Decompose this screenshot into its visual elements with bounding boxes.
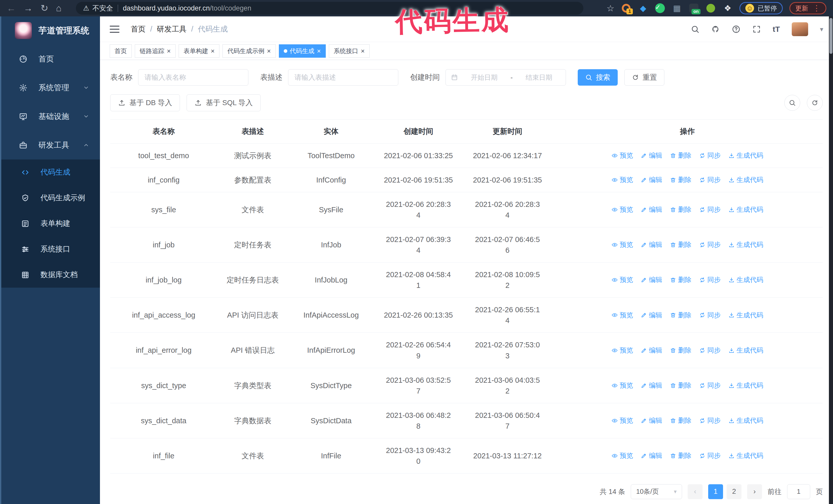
action-同步[interactable]: 同步 xyxy=(699,275,721,285)
close-icon[interactable]: × xyxy=(267,48,271,54)
close-icon[interactable]: × xyxy=(361,48,365,54)
action-生成代码[interactable]: 生成代码 xyxy=(729,151,763,161)
sidebar-item-代码生成[interactable]: 代码生成 xyxy=(0,160,100,185)
action-删除[interactable]: 删除 xyxy=(670,240,691,250)
action-生成代码[interactable]: 生成代码 xyxy=(729,310,763,320)
action-预览[interactable]: 预览 xyxy=(612,151,633,161)
table-name-input[interactable] xyxy=(138,69,248,86)
action-生成代码[interactable]: 生成代码 xyxy=(729,451,763,461)
browser-menu-icon[interactable]: ⋮ xyxy=(813,4,820,12)
date-range-picker[interactable]: 开始日期 - 结束日期 xyxy=(446,69,566,86)
action-同步[interactable]: 同步 xyxy=(699,345,721,355)
extension-check-icon[interactable]: ✓ xyxy=(655,3,665,13)
menu-toggle-icon[interactable] xyxy=(110,25,119,33)
action-同步[interactable]: 同步 xyxy=(699,175,721,185)
action-预览[interactable]: 预览 xyxy=(612,205,633,215)
action-生成代码[interactable]: 生成代码 xyxy=(729,345,763,355)
extension-orange-icon[interactable]: 1 xyxy=(621,3,631,13)
action-删除[interactable]: 删除 xyxy=(670,381,691,390)
tab-表单构建[interactable]: 表单构建× xyxy=(178,44,219,58)
action-生成代码[interactable]: 生成代码 xyxy=(729,381,763,390)
tab-系统接口[interactable]: 系统接口× xyxy=(329,44,370,58)
breadcrumb-tools[interactable]: 研发工具 xyxy=(157,24,187,34)
action-编辑[interactable]: 编辑 xyxy=(641,175,662,185)
sidebar-item-研发工具[interactable]: 研发工具 xyxy=(0,131,100,160)
close-icon[interactable]: × xyxy=(167,48,171,54)
tab-代码生成[interactable]: 代码生成× xyxy=(279,44,326,58)
sidebar-item-基础设施[interactable]: 基础设施 xyxy=(0,102,100,131)
search-button[interactable]: 搜索 xyxy=(578,69,618,86)
tab-首页[interactable]: 首页 xyxy=(110,44,132,58)
extension-dark-icon[interactable]: on xyxy=(689,3,699,13)
action-编辑[interactable]: 编辑 xyxy=(641,381,662,390)
action-同步[interactable]: 同步 xyxy=(699,310,721,320)
font-size-icon[interactable]: tT xyxy=(773,25,780,33)
toggle-search-button[interactable] xyxy=(784,95,800,111)
action-删除[interactable]: 删除 xyxy=(670,151,691,161)
action-同步[interactable]: 同步 xyxy=(699,240,721,250)
action-同步[interactable]: 同步 xyxy=(699,451,721,461)
action-删除[interactable]: 删除 xyxy=(670,451,691,461)
action-同步[interactable]: 同步 xyxy=(699,416,721,426)
extensions-puzzle-icon[interactable]: ❖ xyxy=(722,3,733,13)
browser-back-icon[interactable]: ← xyxy=(7,4,16,13)
action-预览[interactable]: 预览 xyxy=(612,381,633,390)
sidebar-item-代码生成示例[interactable]: 代码生成示例 xyxy=(0,185,100,211)
sidebar-item-系统接口[interactable]: 系统接口 xyxy=(0,236,100,262)
table-desc-input[interactable] xyxy=(288,69,398,86)
action-预览[interactable]: 预览 xyxy=(612,345,633,355)
action-预览[interactable]: 预览 xyxy=(612,240,633,250)
action-删除[interactable]: 删除 xyxy=(670,175,691,185)
action-生成代码[interactable]: 生成代码 xyxy=(729,205,763,215)
page-scrollbar[interactable] xyxy=(829,17,833,504)
action-同步[interactable]: 同步 xyxy=(699,205,721,215)
app-logo[interactable]: 芋道管理系统 xyxy=(0,17,100,45)
chevron-down-icon[interactable]: ▾ xyxy=(820,26,823,32)
scrollbar-thumb[interactable] xyxy=(829,18,832,54)
breadcrumb-home[interactable]: 首页 xyxy=(131,24,146,34)
prev-page-button[interactable]: ‹ xyxy=(688,484,703,499)
action-编辑[interactable]: 编辑 xyxy=(641,310,662,320)
browser-update-button[interactable]: 更新 ⋮ xyxy=(789,2,826,14)
close-icon[interactable]: × xyxy=(211,48,215,54)
action-删除[interactable]: 删除 xyxy=(670,345,691,355)
extension-green-icon[interactable] xyxy=(706,3,716,13)
sidebar-item-首页[interactable]: 首页 xyxy=(0,45,100,73)
reset-button[interactable]: 重置 xyxy=(624,69,664,86)
bookmark-star-icon[interactable]: ☆ xyxy=(607,4,614,13)
fullscreen-icon[interactable] xyxy=(752,25,761,33)
action-删除[interactable]: 删除 xyxy=(670,416,691,426)
action-删除[interactable]: 删除 xyxy=(670,310,691,320)
page-size-select[interactable]: 10条/页 ▾ xyxy=(631,484,682,499)
action-预览[interactable]: 预览 xyxy=(612,175,633,185)
browser-home-icon[interactable]: ⌂ xyxy=(56,4,62,13)
goto-page-input[interactable] xyxy=(787,484,810,499)
action-生成代码[interactable]: 生成代码 xyxy=(729,240,763,250)
browser-forward-icon[interactable]: → xyxy=(24,4,33,13)
action-删除[interactable]: 删除 xyxy=(670,275,691,285)
action-删除[interactable]: 删除 xyxy=(670,205,691,215)
close-icon[interactable]: × xyxy=(317,48,321,54)
action-编辑[interactable]: 编辑 xyxy=(641,416,662,426)
import-db-button[interactable]: 基于 DB 导入 xyxy=(110,94,180,111)
extension-gem-icon[interactable]: ◆ xyxy=(638,3,648,13)
action-预览[interactable]: 预览 xyxy=(612,310,633,320)
browser-reload-icon[interactable]: ↻ xyxy=(41,4,48,13)
action-预览[interactable]: 预览 xyxy=(612,451,633,461)
github-icon[interactable] xyxy=(711,25,720,33)
sidebar-item-表单构建[interactable]: 表单构建 xyxy=(0,211,100,236)
help-icon[interactable] xyxy=(732,25,740,33)
action-编辑[interactable]: 编辑 xyxy=(641,345,662,355)
action-编辑[interactable]: 编辑 xyxy=(641,151,662,161)
action-编辑[interactable]: 编辑 xyxy=(641,451,662,461)
action-预览[interactable]: 预览 xyxy=(612,275,633,285)
sidebar-item-系统管理[interactable]: 系统管理 xyxy=(0,73,100,102)
tab-代码生成示例[interactable]: 代码生成示例× xyxy=(222,44,276,58)
action-预览[interactable]: 预览 xyxy=(612,416,633,426)
search-icon[interactable] xyxy=(691,25,699,33)
profile-paused-chip[interactable]: ☺ 已暂停 xyxy=(739,2,783,14)
action-编辑[interactable]: 编辑 xyxy=(641,275,662,285)
action-生成代码[interactable]: 生成代码 xyxy=(729,175,763,185)
user-avatar[interactable] xyxy=(792,22,808,36)
import-sql-button[interactable]: 基于 SQL 导入 xyxy=(187,94,261,111)
